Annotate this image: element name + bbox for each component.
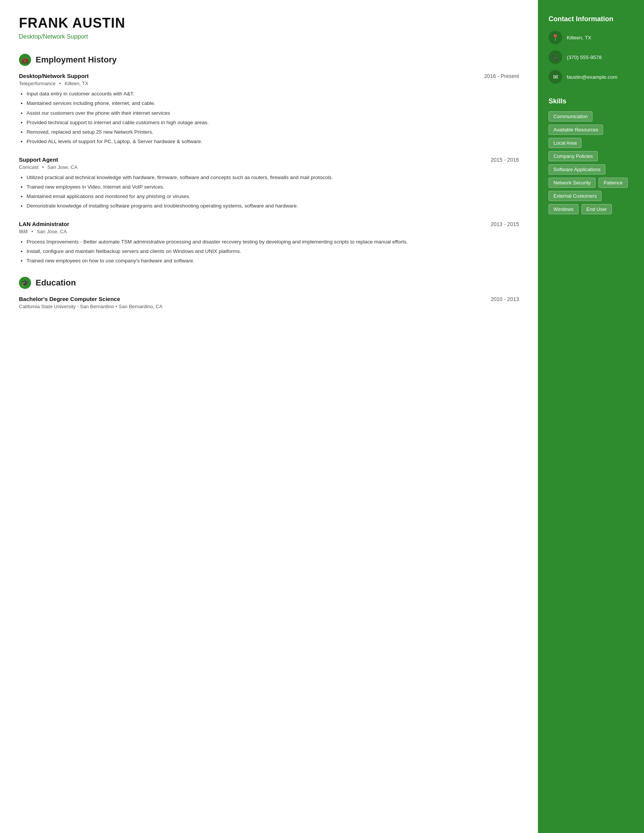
job-block-1: Desktop/Network Support 2016 - Present T… — [19, 73, 519, 146]
list-item: Provided ALL levels of support for PC, L… — [27, 138, 519, 145]
edu-block-1: Bachelor's Degree Computer Science 2010 … — [19, 296, 519, 309]
sidebar: Contact Information 📍 Killeen, TX 📞 (370… — [538, 0, 644, 833]
edu-school-1: California State University - San Bernar… — [19, 304, 519, 309]
edu-dates-1: 2010 - 2013 — [491, 296, 519, 302]
resume-header: FRANK AUSTIN Desktop/Network Support — [19, 15, 519, 40]
list-item: Utilized practical and technical knowled… — [27, 174, 519, 182]
employment-section: 💼 Employment History Desktop/Network Sup… — [19, 54, 519, 265]
job-title-2: Support Agent — [19, 156, 58, 163]
skill-tag-communication: Communication — [549, 111, 592, 122]
list-item: Provided technical support to internet a… — [27, 119, 519, 127]
job-company-3: IBM • San Jose, CA — [19, 229, 519, 234]
phone-icon: 📞 — [549, 50, 562, 64]
employment-icon: 💼 — [19, 54, 31, 66]
skill-tag-end-user: End User — [581, 204, 612, 214]
contact-email: ✉ faustin@example.com — [549, 70, 633, 84]
list-item: Input data entry in customer accounts wi… — [27, 90, 519, 98]
list-item: Maintained email applications and monito… — [27, 193, 519, 200]
education-section: 🎓 Education Bachelor's Degree Computer S… — [19, 277, 519, 309]
skill-tag-local-area: Local Area — [549, 138, 581, 148]
job-title-1: Desktop/Network Support — [19, 73, 89, 79]
skill-tag-software-applications: Software Applications — [549, 164, 605, 175]
job-bullets-1: Input data entry in customer accounts wi… — [19, 90, 519, 146]
skill-tag-windows: Windows — [549, 204, 578, 214]
employment-title: Employment History — [35, 55, 117, 65]
job-company-2: Comcast • San Jose, CA — [19, 164, 519, 170]
phone-text: (370) 555-9578 — [567, 55, 602, 60]
skill-tag-available-resources: Available Resources — [549, 125, 603, 135]
education-title: Education — [35, 278, 76, 288]
contact-phone: 📞 (370) 555-9578 — [549, 50, 633, 64]
skills-section-title: Skills — [549, 97, 633, 105]
email-icon: ✉ — [549, 70, 562, 84]
skill-tag-external-customers: External Customers — [549, 191, 602, 201]
contact-section-title: Contact Information — [549, 15, 633, 23]
job-bullets-2: Utilized practical and technical knowled… — [19, 174, 519, 210]
candidate-name: FRANK AUSTIN — [19, 15, 519, 31]
edu-header-1: Bachelor's Degree Computer Science 2010 … — [19, 296, 519, 302]
skills-grid: Communication Available Resources Local … — [549, 111, 633, 214]
education-header: 🎓 Education — [19, 277, 519, 289]
main-content: FRANK AUSTIN Desktop/Network Support 💼 E… — [0, 0, 538, 833]
contact-location: 📍 Killeen, TX — [549, 31, 633, 44]
list-item: Demonstrate knowledge of installing soft… — [27, 202, 519, 210]
edu-degree-1: Bachelor's Degree Computer Science — [19, 296, 120, 302]
job-dates-2: 2015 - 2016 — [491, 157, 519, 163]
education-icon: 🎓 — [19, 277, 31, 289]
list-item: Assist our customers over the phone with… — [27, 109, 519, 117]
job-header-1: Desktop/Network Support 2016 - Present — [19, 73, 519, 79]
skill-tag-patience: Patience — [599, 178, 628, 188]
job-dates-1: 2016 - Present — [484, 73, 519, 79]
list-item: Trained new employees on how to use comp… — [27, 257, 519, 265]
job-company-1: Teleperformance • Killeen, TX — [19, 80, 519, 86]
skill-tag-company-policies: Company Policies — [549, 151, 598, 161]
candidate-subtitle: Desktop/Network Support — [19, 33, 519, 40]
job-bullets-3: Process Improvements - Better automate T… — [19, 238, 519, 265]
location-text: Killeen, TX — [567, 35, 591, 40]
employment-header: 💼 Employment History — [19, 54, 519, 66]
location-icon: 📍 — [549, 31, 562, 44]
job-title-3: LAN Administrator — [19, 221, 69, 227]
job-header-2: Support Agent 2015 - 2016 — [19, 156, 519, 163]
list-item: Removed, replaced and setup 25 new Netwo… — [27, 129, 519, 136]
email-text: faustin@example.com — [567, 74, 617, 80]
job-block-3: LAN Administrator 2013 - 2015 IBM • San … — [19, 221, 519, 265]
list-item: Trained new employees in Video, Internet… — [27, 183, 519, 191]
list-item: Process Improvements - Better automate T… — [27, 238, 519, 246]
skills-section: Skills Communication Available Resources… — [549, 97, 633, 214]
job-block-2: Support Agent 2015 - 2016 Comcast • San … — [19, 156, 519, 210]
job-header-3: LAN Administrator 2013 - 2015 — [19, 221, 519, 227]
list-item: Maintained services including phone, int… — [27, 100, 519, 107]
job-dates-3: 2013 - 2015 — [491, 221, 519, 227]
list-item: Install, configure and maintain Netbacku… — [27, 248, 519, 255]
skill-tag-network-security: Network Security — [549, 178, 596, 188]
